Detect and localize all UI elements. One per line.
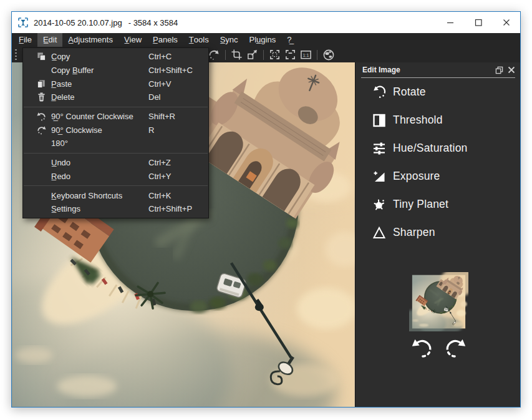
menu-item-keyboard-shortcuts[interactable]: K̲eyboard Shortcuts Ctrl+K xyxy=(23,188,208,202)
maximize-icon xyxy=(473,17,484,28)
globe-icon xyxy=(322,49,335,61)
edit-tool-hue-saturation[interactable]: Hue/Saturation xyxy=(355,134,520,162)
menu-item-rotate-ccw[interactable]: 9̲0° Counter Clockwise Shift+R xyxy=(23,110,208,124)
crop-button[interactable] xyxy=(231,49,243,61)
menu-tools[interactable]: T̲ools xyxy=(183,33,215,47)
paste-icon xyxy=(36,79,47,89)
menu-item-paste[interactable]: P̲aste Ctrl+V xyxy=(23,77,208,90)
menu-item-180[interactable]: 180° xyxy=(23,137,208,150)
panel-title: Edit Image xyxy=(362,66,400,74)
close-panel-button[interactable] xyxy=(508,66,515,74)
rotate-buttons xyxy=(410,336,468,363)
zoom-fit-frame-icon xyxy=(269,49,281,61)
menu-item-rotate-cw[interactable]: 90̲° Clockwise R xyxy=(23,123,208,137)
menu-plugins[interactable]: Plu̲gins xyxy=(244,33,282,47)
menu-item-undo[interactable]: U̲ndo Ctrl+Z xyxy=(23,156,208,170)
delete-icon xyxy=(36,92,47,102)
edit-dropdown-menu: C̲opy Ctrl+C Copy B̲uffer Ctrl+Shift+C P… xyxy=(22,47,209,218)
zoom-fit-frame-button[interactable] xyxy=(269,49,281,61)
rotate-ccw-button[interactable] xyxy=(410,336,435,363)
titlebar[interactable]: 2014-10-05 20.10.07.jpg - 3584 x 3584 xyxy=(12,12,520,33)
menu-view[interactable]: V̲iew xyxy=(118,33,147,47)
image-dimensions: - 3584 x 3584 xyxy=(128,18,178,27)
toolbar-separator xyxy=(225,50,226,60)
resize-button[interactable] xyxy=(246,49,258,61)
panel-header: Edit Image xyxy=(355,62,520,76)
crop-icon xyxy=(231,49,243,61)
one-to-one-icon: 1:1 xyxy=(300,49,312,61)
app-icon[interactable] xyxy=(17,17,29,28)
edit-tool-threshold[interactable]: Threshold xyxy=(355,106,520,134)
window-title: 2014-10-05 20.10.07.jpg xyxy=(34,18,122,27)
float-panel-icon xyxy=(495,66,503,74)
edit-tools-list: Rotate Threshold xyxy=(355,78,520,247)
sharpen-icon xyxy=(371,225,387,240)
edit-tool-exposure[interactable]: Exposure xyxy=(355,162,520,190)
minimize-icon xyxy=(445,17,456,28)
rotate-cw-button[interactable] xyxy=(443,336,468,363)
menu-item-copy[interactable]: C̲opy Ctrl+C xyxy=(23,50,208,64)
svg-text:1:1: 1:1 xyxy=(303,53,309,58)
edit-tool-rotate[interactable]: Rotate xyxy=(355,78,520,106)
menu-file[interactable]: F̲ile xyxy=(13,33,37,47)
toolbar-separator xyxy=(317,50,317,60)
menu-separator xyxy=(24,185,208,186)
menu-help[interactable]: ?̲ xyxy=(281,33,297,47)
menu-separator xyxy=(24,153,208,154)
resize-icon xyxy=(246,49,258,61)
rotate-clockwise-button[interactable] xyxy=(208,49,220,61)
menu-separator xyxy=(24,107,208,107)
menu-item-delete[interactable]: D̲elete Del xyxy=(23,90,208,104)
menu-sync[interactable]: S̲ync xyxy=(215,33,244,47)
menu-item-redo[interactable]: R̲edo Ctrl+Y xyxy=(23,170,208,183)
image-preview-thumbnail xyxy=(409,272,468,331)
close-icon xyxy=(508,66,515,74)
rotate-cw-icon xyxy=(443,336,468,361)
menu-item-settings[interactable]: S̲ettings Ctrl+Shift+P xyxy=(23,202,208,216)
exposure-icon xyxy=(371,169,387,184)
one-to-one-button[interactable]: 1:1 xyxy=(300,49,312,61)
rotate-icon xyxy=(371,84,387,100)
menu-adjustments[interactable]: A̲djustments xyxy=(62,33,118,47)
maximize-button[interactable] xyxy=(464,12,492,33)
app-window: 2014-10-05 20.10.07.jpg - 3584 x 3584 F̲… xyxy=(11,11,521,408)
close-icon xyxy=(501,17,512,28)
globe-button[interactable] xyxy=(322,49,335,61)
menubar: F̲ile E̲dit A̲djustments V̲iew P̲anels T… xyxy=(12,33,520,47)
menu-item-copy-buffer[interactable]: Copy B̲uffer Ctrl+Shift+C xyxy=(23,64,208,77)
rotate-ccw-icon xyxy=(36,111,47,122)
toolbar-drag-handle[interactable] xyxy=(15,49,17,60)
tiny-planet-icon xyxy=(371,197,387,212)
edit-tool-tiny-planet[interactable]: Tiny Planet xyxy=(355,190,520,218)
edit-tool-sharpen[interactable]: Sharpen xyxy=(355,218,520,247)
rotate-clockwise-icon xyxy=(208,49,220,61)
menu-panels[interactable]: P̲anels xyxy=(147,33,183,47)
edit-image-panel: Edit Image xyxy=(355,62,520,407)
hue-saturation-icon xyxy=(371,141,387,156)
float-panel-button[interactable] xyxy=(495,66,503,74)
desktop: 2014-10-05 20.10.07.jpg - 3584 x 3584 F̲… xyxy=(0,0,532,420)
close-button[interactable] xyxy=(492,12,520,33)
menu-edit[interactable]: E̲dit xyxy=(37,33,62,47)
rotate-ccw-icon xyxy=(410,336,435,361)
copy-icon xyxy=(36,51,47,62)
rotate-cw-icon xyxy=(36,125,47,135)
zoom-fit-width-button[interactable] xyxy=(284,49,296,61)
threshold-icon xyxy=(371,113,387,128)
toolbar-separator xyxy=(263,50,264,60)
zoom-fit-width-icon xyxy=(284,49,296,61)
minimize-button[interactable] xyxy=(436,12,464,33)
